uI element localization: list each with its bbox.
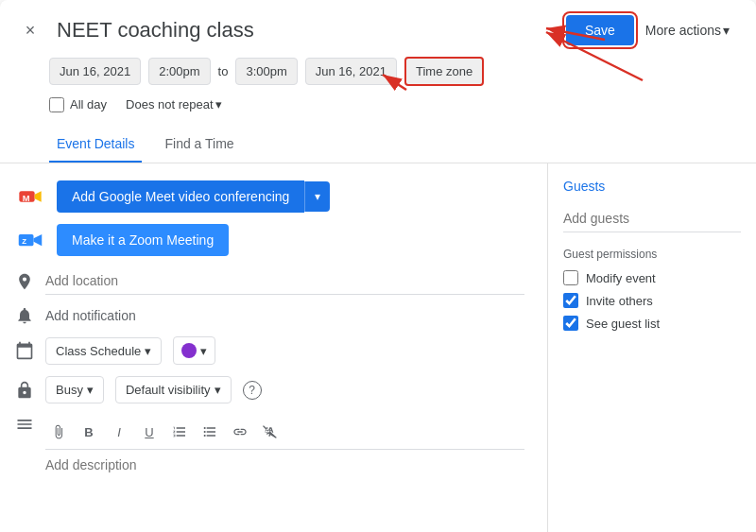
permission-modify-checkbox[interactable] [563,270,578,285]
color-dot [181,343,197,358]
repeat-button[interactable]: Does not repeat ▾ [118,94,230,115]
svg-marker-1 [35,191,42,202]
bold-button[interactable]: B [76,419,102,445]
more-actions-chevron-icon: ▾ [723,23,730,38]
allday-checkbox-label[interactable]: All day [49,97,107,112]
calendar-name: Class Schedule [56,344,141,358]
location-pin-icon [15,272,34,291]
zoom-row: Z Make it a Zoom Meeting [0,218,547,262]
allday-text: All day [70,97,107,112]
tab-find-a-time[interactable]: Find a Time [157,127,241,163]
datetime-row: Jun 16, 2021 2:00pm to 3:00pm Jun 16, 20… [0,53,756,90]
start-date-button[interactable]: Jun 16, 2021 [49,58,141,85]
attachment-button[interactable] [45,419,72,445]
left-panel: M Add Google Meet video conferencing ▾ [0,163,548,532]
add-guests-input[interactable] [563,205,741,232]
svg-text:M: M [23,194,30,203]
visibility-label: Default visibility [126,383,211,397]
svg-marker-5 [34,234,43,246]
allday-row: All day Does not repeat ▾ [0,90,756,127]
repeat-chevron-icon: ▾ [215,97,222,112]
busy-chevron-icon: ▾ [87,383,94,397]
event-title: NEET coaching class [57,18,555,43]
permission-invite-others: Invite others [563,293,741,308]
end-date-button[interactable]: Jun 16, 2021 [305,58,397,85]
guest-permissions-title: Guest permissions [563,248,741,261]
end-time-button[interactable]: 3:00pm [235,58,297,85]
meet-dropdown-button[interactable]: ▾ [304,181,330,212]
guests-title: Guests [563,179,741,194]
help-icon[interactable]: ? [243,381,262,400]
close-button[interactable]: × [15,15,45,45]
color-dropdown-button[interactable]: ▾ [173,336,215,365]
permission-modify-event: Modify event [563,270,741,285]
description-row: B I U [0,409,547,532]
bell-icon [15,306,34,325]
event-modal: × NEET coaching class Save More actions … [0,0,756,532]
more-actions-button[interactable]: More actions ▾ [642,15,733,45]
description-toolbar: B I U [45,415,524,450]
header-actions: Save More actions ▾ [566,15,733,45]
to-text: to [218,64,229,78]
right-panel: Guests Guest permissions Modify event In… [548,163,756,532]
description-align-icon [15,415,34,434]
permission-guestlist-label: See guest list [586,317,660,331]
close-icon: × [26,21,36,41]
description-textarea[interactable] [45,454,524,529]
busy-row: Busy ▾ Default visibility ▾ ? [0,370,547,409]
calendar-chevron-icon: ▾ [145,344,151,358]
main-content: M Add Google Meet video conferencing ▾ [0,163,756,532]
calendar-select-button[interactable]: Class Schedule ▾ [45,337,162,365]
location-row [0,262,547,300]
italic-button[interactable]: I [106,419,132,445]
lock-icon [15,381,34,400]
description-box: B I U [45,415,524,532]
permission-see-guest-list: See guest list [563,316,741,331]
visibility-chevron-icon: ▾ [215,383,221,397]
timezone-button[interactable]: Time zone [404,57,484,86]
permission-modify-label: Modify event [586,271,656,285]
tabs: Event Details Find a Time [0,127,756,163]
location-input[interactable] [45,267,524,295]
visibility-button[interactable]: Default visibility ▾ [115,376,232,403]
notification-row: Add notification [0,300,547,331]
busy-status-button[interactable]: Busy ▾ [45,376,104,403]
svg-text:Z: Z [22,237,26,246]
permission-guestlist-checkbox[interactable] [563,316,578,331]
save-button[interactable]: Save [566,15,634,45]
allday-checkbox[interactable] [49,97,64,112]
permission-invite-label: Invite others [586,294,653,308]
busy-label: Busy [56,383,83,397]
remove-format-button[interactable] [257,419,284,445]
start-time-button[interactable]: 2:00pm [148,58,210,85]
tab-event-details[interactable]: Event Details [49,127,142,163]
notification-placeholder[interactable]: Add notification [45,308,136,323]
ordered-list-button[interactable] [166,419,193,445]
modal-header: × NEET coaching class Save More actions … [0,0,756,53]
calendar-icon [15,341,34,360]
more-actions-label: More actions [645,23,721,38]
repeat-label: Does not repeat [126,97,214,112]
unordered-list-button[interactable] [197,419,223,445]
zoom-meeting-button[interactable]: Make it a Zoom Meeting [57,224,229,256]
permission-invite-checkbox[interactable] [563,293,578,308]
link-button[interactable] [227,419,253,445]
google-meet-row: M Add Google Meet video conferencing ▾ [0,175,547,218]
google-meet-icon: M [15,181,45,212]
color-chevron-icon: ▾ [200,344,207,358]
meet-button-group: Add Google Meet video conferencing ▾ [57,180,330,213]
underline-button[interactable]: U [136,419,163,445]
add-google-meet-button[interactable]: Add Google Meet video conferencing [57,180,304,213]
meet-dropdown-chevron-icon: ▾ [315,190,320,203]
calendar-row: Class Schedule ▾ ▾ [0,331,547,370]
zoom-icon: Z [15,225,45,255]
